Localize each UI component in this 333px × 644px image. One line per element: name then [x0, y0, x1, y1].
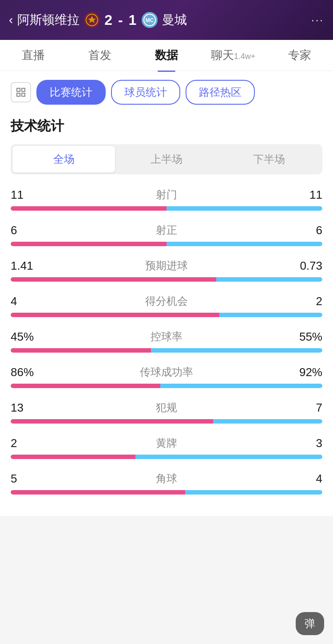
header: ‹ 阿斯顿维拉 2 - 1 MC 曼城 ···: [0, 0, 333, 40]
stat-right-value: 7: [287, 401, 322, 415]
stat-right-value: 4: [287, 472, 322, 486]
stat-bar: [11, 277, 322, 282]
bar-right: [151, 348, 322, 353]
stat-row: 13犯规7: [11, 401, 322, 424]
bar-right: [160, 384, 322, 388]
svg-rect-6: [17, 93, 20, 96]
stat-left-value: 4: [11, 295, 46, 308]
stat-left-value: 6: [11, 224, 46, 237]
bar-right: [219, 313, 322, 317]
tab-live[interactable]: 直播: [0, 39, 67, 72]
stat-row: 5角球4: [11, 471, 322, 495]
sub-tab-heatmap[interactable]: 路径热区: [186, 80, 255, 105]
stat-row: 2黄牌3: [11, 436, 322, 459]
away-badge: MC: [142, 12, 158, 28]
bar-left: [11, 242, 166, 246]
stats-container: 11射门116射正61.41预期进球0.734得分机会245%控球率55%86%…: [11, 188, 322, 495]
bar-left: [11, 313, 219, 317]
stat-label: 传球成功率: [140, 365, 193, 379]
stat-right-value: 3: [287, 436, 322, 450]
stat-right-value: 6: [287, 224, 322, 237]
period-full[interactable]: 全场: [12, 146, 115, 173]
team-away-name: 曼城: [162, 12, 187, 28]
stat-bar: [11, 242, 322, 246]
tab-lineup[interactable]: 首发: [67, 39, 133, 72]
stat-label: 得分机会: [145, 294, 188, 308]
tab-data[interactable]: 数据: [133, 39, 200, 72]
stat-right-value: 2: [287, 295, 322, 308]
period-first[interactable]: 上半场: [115, 146, 218, 173]
stat-bar: [11, 348, 322, 353]
bar-left: [11, 206, 166, 211]
stat-bar: [11, 384, 322, 388]
stat-label: 控球率: [151, 330, 182, 344]
stat-right-value: 11: [287, 188, 322, 202]
stat-label: 角球: [156, 471, 177, 486]
bar-right: [166, 206, 322, 211]
stat-left-value: 2: [11, 436, 46, 450]
stats-icon-btn[interactable]: [11, 82, 31, 102]
stat-row: 11射门11: [11, 188, 322, 211]
tab-expert[interactable]: 专家: [266, 39, 333, 72]
stat-bar: [11, 206, 322, 211]
stat-label: 黄牌: [156, 436, 177, 450]
stat-left-value: 5: [11, 472, 46, 486]
period-tabs: 全场 上半场 下半场: [11, 144, 322, 174]
sub-tab-match[interactable]: 比赛统计: [36, 80, 106, 105]
bar-left: [11, 384, 160, 388]
bar-right: [213, 419, 322, 424]
pop-button[interactable]: 弹: [296, 612, 324, 635]
stat-right-value: 55%: [287, 330, 322, 344]
svg-rect-5: [22, 88, 25, 91]
content-area: 比赛统计 球员统计 路径热区 技术统计 全场 上半场 下半场 11射门116射正…: [0, 71, 333, 516]
stat-left-value: 11: [11, 188, 46, 202]
stat-right-value: 0.73: [287, 259, 322, 273]
svg-text:MC: MC: [146, 17, 154, 24]
stat-row: 45%控球率55%: [11, 330, 322, 353]
stat-right-value: 92%: [287, 365, 322, 379]
sub-tabs: 比赛统计 球员统计 路径热区: [11, 80, 322, 105]
svg-rect-7: [22, 93, 25, 96]
svg-rect-4: [17, 88, 20, 91]
stat-bar: [11, 455, 322, 459]
match-title: 阿斯顿维拉 2 - 1 MC 曼城: [17, 12, 311, 28]
period-second[interactable]: 下半场: [218, 146, 321, 173]
bar-right: [185, 490, 322, 495]
more-button[interactable]: ···: [311, 14, 324, 26]
bar-left: [11, 490, 185, 495]
bar-left: [11, 419, 213, 424]
stat-row: 1.41预期进球0.73: [11, 259, 322, 282]
stat-label: 射门: [156, 188, 177, 202]
stat-left-value: 1.41: [11, 259, 46, 273]
home-badge: [84, 12, 100, 28]
section-title: 技术统计: [11, 117, 322, 135]
bar-right: [216, 277, 322, 282]
back-button[interactable]: ‹: [9, 13, 13, 27]
sub-tab-player[interactable]: 球员统计: [111, 80, 180, 105]
tab-chat[interactable]: 聊天1.4w+: [200, 39, 266, 72]
stat-left-value: 45%: [11, 330, 46, 344]
stat-bar: [11, 490, 322, 495]
bar-left: [11, 277, 216, 282]
nav-tabs: 直播 首发 数据 聊天1.4w+ 专家: [0, 40, 333, 71]
match-score: 2 - 1: [104, 12, 137, 28]
stat-row: 6射正6: [11, 223, 322, 246]
stat-bar: [11, 313, 322, 317]
team-home-name: 阿斯顿维拉: [17, 12, 79, 28]
stat-label: 犯规: [156, 401, 177, 415]
bar-left: [11, 348, 151, 353]
bar-left: [11, 455, 135, 459]
stat-row: 86%传球成功率92%: [11, 365, 322, 388]
bar-right: [166, 242, 322, 246]
bar-right: [135, 455, 322, 459]
stat-row: 4得分机会2: [11, 294, 322, 317]
stat-bar: [11, 419, 322, 424]
stat-label: 射正: [156, 223, 177, 237]
stat-label: 预期进球: [145, 259, 188, 273]
stat-left-value: 86%: [11, 365, 46, 379]
stat-left-value: 13: [11, 401, 46, 415]
